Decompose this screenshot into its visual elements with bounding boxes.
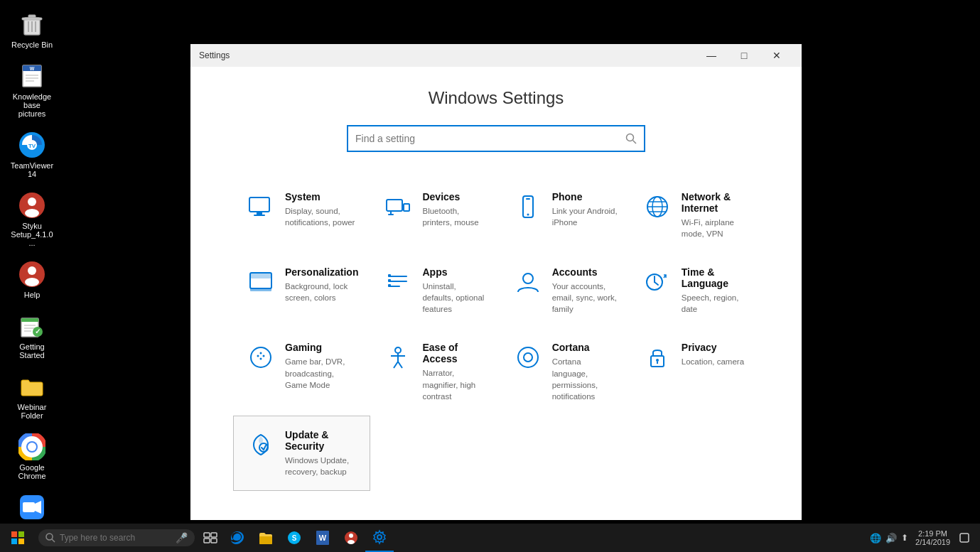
settings-item-network[interactable]: Network & Internet Wi-Fi, airplane mode,… bbox=[630, 178, 759, 253]
microphone-icon: 🎤 bbox=[176, 532, 188, 543]
svg-text:TV: TV bbox=[28, 143, 36, 149]
apps-name: Apps bbox=[422, 266, 488, 278]
svg-rect-82 bbox=[11, 531, 17, 537]
desktop-icon-knowledge-base[interactable]: W Knowledge base pictures bbox=[7, 59, 57, 121]
desktop-icon-recycle-bin[interactable]: Recycle Bin bbox=[7, 7, 57, 52]
svg-rect-2 bbox=[22, 18, 42, 20]
getting-started-label: Getting Started bbox=[10, 342, 54, 359]
devices-text: Devices Bluetooth, printers, mouse bbox=[422, 191, 488, 228]
system-name: System bbox=[285, 191, 358, 202]
settings-search-box[interactable] bbox=[347, 125, 645, 152]
settings-item-ease-of-access[interactable]: Ease of Access Narrator, magnifier, high… bbox=[370, 328, 500, 415]
settings-item-phone[interactable]: Phone Link your Android, iPhone bbox=[500, 178, 630, 253]
taskbar-app-word[interactable]: W bbox=[308, 524, 337, 552]
taskbar-app-settings[interactable] bbox=[365, 524, 394, 552]
svg-point-79 bbox=[656, 359, 659, 362]
recycle-bin-icon bbox=[18, 10, 46, 38]
desktop-icon-chrome[interactable]: Google Chrome bbox=[7, 430, 57, 483]
desktop-icon-getting-started[interactable]: ✓ Getting Started bbox=[7, 309, 57, 362]
svg-text:W: W bbox=[319, 534, 327, 542]
svg-rect-60 bbox=[388, 279, 391, 282]
svg-rect-37 bbox=[249, 197, 269, 212]
privacy-icon bbox=[642, 342, 673, 373]
help-label: Help bbox=[24, 291, 41, 299]
desktop-icon-help[interactable]: Help bbox=[7, 257, 57, 302]
svg-rect-59 bbox=[388, 274, 391, 277]
desktop-icon-styku[interactable]: Styku Setup_4.1.0... bbox=[7, 188, 57, 250]
accounts-icon bbox=[512, 266, 544, 298]
svg-point-66 bbox=[251, 347, 271, 367]
settings-item-devices[interactable]: Devices Bluetooth, printers, mouse bbox=[370, 178, 500, 253]
settings-item-accounts[interactable]: Accounts Your accounts, email, sync, wor… bbox=[500, 253, 630, 328]
svg-text:✓: ✓ bbox=[35, 328, 41, 335]
task-view-button[interactable] bbox=[198, 524, 223, 552]
privacy-desc: Location, camera bbox=[682, 356, 747, 367]
ease-of-access-text: Ease of Access Narrator, magnifier, high… bbox=[422, 342, 488, 401]
svg-rect-38 bbox=[257, 212, 262, 215]
time-language-icon bbox=[642, 266, 673, 298]
accounts-name: Accounts bbox=[552, 266, 618, 278]
window-title: Settings bbox=[199, 50, 695, 60]
desktop-icon-webinar-folder[interactable]: Webinar Folder bbox=[7, 369, 57, 423]
taskbar-app-edge[interactable] bbox=[223, 524, 252, 552]
settings-item-apps[interactable]: Apps Uninstall, defaults, optional featu… bbox=[370, 253, 500, 328]
desktop-icon-teamviewer[interactable]: TV TeamViewer 14 bbox=[7, 128, 57, 181]
svg-text:W: W bbox=[30, 66, 35, 71]
settings-item-cortana[interactable]: Cortana Cortana language, permissions, n… bbox=[500, 328, 630, 415]
svg-rect-43 bbox=[388, 214, 394, 215]
taskbar-search-input[interactable] bbox=[60, 533, 173, 543]
time-language-name: Time & Language bbox=[682, 266, 747, 289]
taskbar-search[interactable]: 🎤 bbox=[38, 529, 195, 546]
devices-desc: Bluetooth, printers, mouse bbox=[422, 205, 488, 228]
time-language-desc: Speech, region, date bbox=[682, 292, 747, 315]
desktop-icons: Recycle Bin W Knowledge base pictures bbox=[0, 0, 64, 542]
settings-item-system[interactable]: System Display, sound, notifications, po… bbox=[233, 178, 370, 253]
svg-point-68 bbox=[263, 355, 265, 357]
volume-icon[interactable]: 🔊 bbox=[885, 533, 897, 543]
taskbar: 🎤 bbox=[0, 524, 980, 552]
start-button[interactable] bbox=[0, 524, 36, 552]
personalization-desc: Background, lock screen, colors bbox=[285, 281, 358, 303]
svg-line-36 bbox=[633, 141, 637, 144]
settings-item-time-language[interactable]: Time & Language Speech, region, date bbox=[630, 253, 759, 328]
svg-line-65 bbox=[655, 282, 658, 285]
maximize-button[interactable]: □ bbox=[728, 44, 760, 67]
svg-rect-88 bbox=[204, 533, 210, 537]
taskbar-app-skype[interactable]: S bbox=[280, 524, 308, 552]
settings-item-privacy[interactable]: Privacy Location, camera bbox=[630, 328, 759, 415]
knowledge-base-icon: W bbox=[18, 62, 46, 90]
minimize-button[interactable]: — bbox=[695, 44, 728, 67]
time-language-text: Time & Language Speech, region, date bbox=[682, 266, 747, 315]
svg-rect-55 bbox=[250, 288, 271, 291]
apps-icon bbox=[382, 266, 414, 298]
knowledge-base-label: Knowledge base pictures bbox=[10, 92, 54, 118]
recycle-bin-label: Recycle Bin bbox=[11, 40, 53, 49]
cortana-text: Cortana Cortana language, permissions, n… bbox=[552, 342, 618, 401]
svg-point-100 bbox=[377, 535, 382, 539]
svg-point-17 bbox=[25, 209, 39, 217]
notification-center-button[interactable] bbox=[954, 524, 974, 552]
svg-rect-22 bbox=[21, 318, 38, 322]
taskbar-system-icons: 🌐 🔊 ⬆ bbox=[870, 533, 908, 543]
svg-point-20 bbox=[25, 278, 39, 286]
settings-item-gaming[interactable]: Gaming Game bar, DVR, broadcasting, Game… bbox=[233, 328, 370, 415]
settings-window: Settings — □ ✕ Windows Settings bbox=[190, 44, 802, 520]
taskbar-app-unknown[interactable] bbox=[337, 524, 365, 552]
svg-point-77 bbox=[524, 353, 532, 362]
close-button[interactable]: ✕ bbox=[760, 44, 793, 67]
svg-point-31 bbox=[28, 443, 36, 451]
taskbar-apps: S W bbox=[223, 524, 394, 552]
system-desc: Display, sound, notifications, power bbox=[285, 205, 358, 228]
taskbar-app-file-explorer[interactable] bbox=[252, 524, 280, 552]
network-status-icon[interactable]: 🌐 bbox=[870, 533, 881, 543]
svg-rect-91 bbox=[211, 539, 217, 543]
personalization-name: Personalization bbox=[285, 266, 358, 278]
taskbar-clock[interactable]: 2:19 PM 2/14/2019 bbox=[915, 529, 950, 546]
update-security-text: Update & Security Windows Update, recove… bbox=[285, 429, 358, 477]
settings-search-input[interactable] bbox=[348, 133, 618, 144]
personalization-text: Personalization Background, lock screen,… bbox=[285, 266, 358, 303]
settings-item-update-security[interactable]: Update & Security Windows Update, recove… bbox=[233, 416, 370, 491]
svg-point-62 bbox=[523, 274, 533, 283]
settings-item-personalization[interactable]: Personalization Background, lock screen,… bbox=[233, 253, 370, 328]
svg-point-16 bbox=[28, 197, 36, 206]
